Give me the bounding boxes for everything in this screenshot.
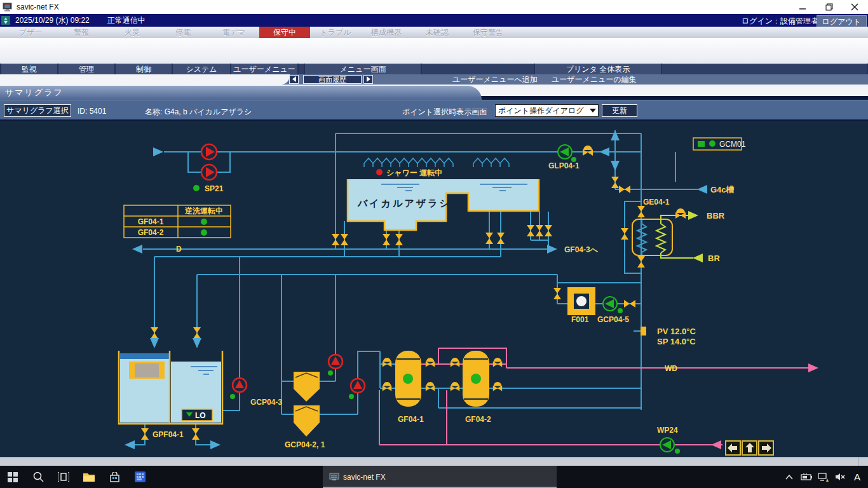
windows-logo-icon [8,472,18,482]
gf04-1-label: GF04-1 [398,415,424,424]
scrollbar-corner [858,458,868,466]
battery-indicator[interactable] [797,473,815,481]
graph-id-label: ID: 5401 [78,107,106,116]
header-band [0,38,868,64]
menu-printer[interactable]: プリンタ 全体表示 [535,64,661,74]
nav-up-button[interactable] [742,441,757,455]
tab-demand[interactable]: 電デマ [208,27,259,38]
horizontal-scrollbar[interactable] [0,457,868,466]
backwash-status-table: 逆洗運転中 GF04-1 GF04-2 [124,205,231,238]
d-label: D [176,245,182,254]
pipes-brine [656,215,693,258]
pump-wp24[interactable] [660,438,674,452]
gcm01-status-box[interactable]: GCM01 [693,138,746,150]
gf04-1-backwash-dot [201,219,207,225]
store-bag-icon [110,472,119,482]
speaker-muted-icon [835,473,846,481]
screen-history-button[interactable]: 画面履歴 [303,75,362,84]
history-next-button[interactable] [363,75,373,84]
menu-user-menu[interactable]: ユーザーメニュー [231,64,297,74]
tab-power-failure[interactable]: 停電 [158,27,208,38]
search-button[interactable] [25,466,51,488]
sp21-label: SP21 [205,184,224,193]
tab-buzzer[interactable]: ブザー [5,27,56,38]
menu-screen[interactable]: メニュー画面 [305,64,421,74]
gf04-3-label: GF04-3へ [564,245,599,254]
seal-pool-tank[interactable]: バイカルアザラシ [348,179,539,230]
filter-vessel-gf04-2[interactable] [463,351,489,407]
nav-left-button[interactable] [726,441,740,455]
close-button[interactable] [844,0,865,13]
pump-glp04-1[interactable] [558,145,572,159]
pinned-app-button[interactable] [127,466,153,488]
start-button[interactable] [0,466,25,488]
f001-label: F001 [571,315,589,324]
blue-app-icon [135,471,146,482]
restore-button[interactable] [818,0,840,13]
add-user-menu-link[interactable]: ユーザーメニューへ追加 [452,75,538,84]
taskbar-app-button[interactable]: savic-net FX [323,466,557,488]
filter-vessel-gf04-1[interactable] [395,351,421,407]
system-tray: A [780,466,865,488]
gf04-1-run-indicator [403,374,413,384]
drain-pit-tank[interactable]: LO [119,351,222,424]
window-titlebar: savic-net FX [0,0,868,15]
ime-indicator[interactable]: A [849,471,865,482]
pump-sp21-a[interactable] [201,144,217,159]
nav-right-button[interactable] [759,441,773,455]
bbr-label: BBR [707,211,725,220]
alarm-tab-bar: ブザー 警報 火災 停電 電デマ 保守中 トラブル 構成機器 未確認 保守警告 [0,27,868,39]
flow-arrows-backwash [711,363,818,449]
tab-unconfirmed[interactable]: 未確認 [412,27,463,38]
gcp04-3-label: GCP04-3 [250,398,282,407]
filter-f001[interactable] [567,287,595,315]
network-warning-icon [818,473,829,482]
menu-bar: 監視 管理 制御 システム ユーザーメニュー メニュー画面 プリンタ 全体表示 [0,64,868,74]
task-label: savic-net FX [343,473,386,482]
summary-graph-select-button[interactable]: サマリグラフ選択 [4,104,71,117]
menu-control[interactable]: 制御 [116,64,172,74]
hopper-gcp04-1[interactable] [294,405,320,437]
menu-monitor[interactable]: 監視 [1,64,57,74]
task-view-button[interactable] [51,466,76,488]
pump-sp21-b[interactable] [201,165,217,180]
edit-user-menu-link[interactable]: ユーザーメニューの編集 [552,75,637,84]
menu-system[interactable]: システム [173,64,230,74]
chevron-right-icon [367,76,370,82]
point-display-label: ポイント選択時表示画面 [402,107,487,118]
pump-gcp04-3[interactable] [233,378,247,392]
volume-indicator[interactable] [832,473,849,481]
tab-maintenance-active[interactable]: 保守中 [259,27,310,38]
tab-maint-warning[interactable]: 保守警告 [463,27,513,38]
network-indicator[interactable] [815,473,832,482]
chevron-left-icon [292,76,296,82]
pump-gcp04-2[interactable] [329,355,342,369]
tray-expand-button[interactable] [780,475,797,480]
point-action-dropdown[interactable]: ポイント操作ダイアログ [495,104,599,117]
tab-equipment[interactable]: 構成機器 [361,27,412,38]
pump-gcp04-5[interactable] [603,297,617,311]
nav-row: 画面履歴 ユーザーメニューへ追加 ユーザーメニューの編集 [0,74,868,85]
restore-icon [826,5,831,10]
store-button[interactable] [102,466,127,488]
wp24-label: WP24 [657,426,678,435]
minimize-button[interactable] [792,0,813,13]
tab-alarm[interactable]: 警報 [56,27,107,38]
taskbar: savic-net FX A [0,466,868,488]
page-title: サマリグラフ [0,86,482,100]
shower-label: シャワー 運転中 [386,168,442,177]
update-button[interactable]: 更新 [602,104,637,117]
hopper-gcp04-2[interactable] [294,372,320,402]
pv-label: PV 12.0°C [657,327,696,336]
tab-fire[interactable]: 火災 [107,27,158,38]
menu-manage[interactable]: 管理 [58,64,114,74]
file-explorer-button[interactable] [76,466,102,488]
pump-gcp04-1[interactable] [351,379,365,393]
history-prev-button[interactable] [289,75,299,84]
ge04-1-label: GE04-1 [643,198,670,207]
temp-sensor[interactable] [641,327,646,336]
shower-alarm-dot [376,169,383,175]
gcm01-label: GCM01 [719,140,746,149]
dropdown-arrow-icon [590,109,596,112]
tab-trouble[interactable]: トラブル [310,27,361,38]
